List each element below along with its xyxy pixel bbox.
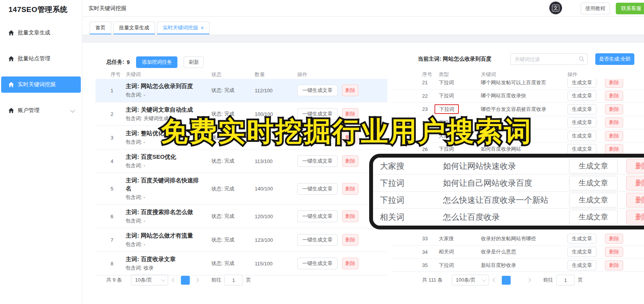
keywords-page-size-select[interactable]: 100条/页 [452, 275, 489, 285]
delete-button[interactable]: 删除 [626, 193, 644, 207]
generate-article-button[interactable]: 生成文章 [567, 144, 596, 154]
generate-article-button[interactable]: 生成文章 [567, 234, 596, 244]
row-index: 2 [111, 111, 126, 117]
generate-article-button[interactable]: 一键生成文章 [297, 183, 337, 195]
page-size-value: 10条/页 [135, 277, 152, 284]
sidebar-item[interactable]: 实时关键词挖掘 [1, 76, 81, 93]
task-row[interactable]: 6 主词: 百度搜索排名怎么做 包含词: - 状态: 完成 120/100 一键… [95, 205, 387, 228]
delete-button[interactable]: 删除 [342, 155, 358, 167]
generate-all-button[interactable]: 是否生成:全部 [595, 53, 634, 65]
delete-button[interactable]: 删除 [605, 234, 623, 244]
search-icon [579, 56, 584, 62]
delete-button[interactable]: 删除 [342, 211, 358, 222]
task-row[interactable]: 7 主词: 网站怎么做才有流量 包含词: - 状态: 完成 123/100 一键… [95, 228, 387, 252]
add-task-button[interactable]: 添加挖词任务 [136, 56, 177, 68]
generate-article-button[interactable]: 生成文章 [569, 210, 617, 224]
inset-keyword-row: 相关词 怎么让百度收录 生成文章 删除 [373, 209, 644, 226]
generate-article-button[interactable]: 生成文章 [567, 78, 596, 88]
page-number-button[interactable] [181, 276, 190, 285]
next-page-button[interactable] [192, 275, 201, 285]
row-index: 35 [422, 262, 439, 268]
tab[interactable]: 首页 [90, 22, 111, 34]
generate-article-button[interactable]: 一键生成文章 [297, 211, 337, 222]
task-main-word: 主词: 百度关键词排名快速排名 [126, 176, 204, 192]
delete-button[interactable]: 删除 [626, 210, 644, 224]
sidebar-item[interactable]: 批量文章生成 [1, 25, 81, 41]
task-row[interactable]: 5 主词: 百度关键词排名快速排名 包含词: - 状态: 完成 140/100 … [95, 173, 387, 205]
tab[interactable]: 实时关键词挖掘 [157, 22, 210, 34]
keyword-row: 34 相关词 收录是什么意思 生成文章 删除 [390, 246, 644, 259]
generate-article-button[interactable]: 一键生成文章 [297, 155, 337, 167]
keyword-filter-input[interactable] [510, 53, 588, 65]
delete-button[interactable]: 删除 [605, 260, 623, 270]
delete-button[interactable]: 删除 [626, 159, 644, 173]
page-number-button[interactable] [502, 276, 511, 285]
tasks-total-count: 共 9 条 [106, 277, 122, 284]
task-count: 112/100 [255, 88, 297, 93]
task-keyword-cell: 主词: 百度搜索排名怎么做 包含词: - [126, 208, 211, 225]
goto-page-input[interactable] [224, 275, 243, 285]
task-include-words: 包含词: 收录 [126, 264, 204, 272]
delete-button[interactable]: 删除 [342, 258, 358, 269]
generate-article-button[interactable]: 生成文章 [567, 117, 596, 127]
delete-button[interactable]: 删除 [342, 183, 358, 195]
delete-button[interactable]: 删除 [605, 117, 623, 127]
tasks-page-size-select[interactable]: 10条/页 [131, 275, 168, 285]
task-row[interactable]: 1 主词: 网站怎么收录到百度 包含词: - 状态: 完成 112/100 一键… [95, 79, 387, 102]
row-index: 22 [422, 93, 439, 99]
column-header-keyword: 关键词 [126, 71, 211, 78]
sidebar-item[interactable]: 批量站点管理 [1, 51, 81, 67]
delete-button[interactable]: 删除 [605, 144, 623, 154]
delete-button[interactable]: 删除 [605, 91, 623, 101]
generate-article-button[interactable]: 生成文章 [569, 159, 617, 173]
page-size-value: 100条/页 [456, 277, 475, 284]
current-main-word-label: 当前主词: 网站怎么收录到百度 [418, 56, 492, 63]
keyword-text: 收录是什么意思 [481, 248, 567, 255]
chevron-down-icon [70, 107, 75, 112]
task-keyword-cell: 主词: 百度收录文章 包含词: 收录 [126, 255, 211, 272]
task-count: 140/100 [255, 186, 297, 192]
delete-button[interactable]: 删除 [605, 247, 623, 257]
generate-article-button[interactable]: 生成文章 [567, 104, 596, 114]
task-row[interactable]: 8 主词: 百度收录文章 包含词: 收录 状态: 完成 115/100 一键生成… [95, 252, 387, 275]
tab-label: 批量文章生成 [119, 24, 149, 31]
contact-button[interactable]: 联系客服 [616, 3, 644, 14]
generate-article-button[interactable]: 生成文章 [567, 260, 596, 270]
generate-article-button[interactable]: 生成文章 [567, 91, 596, 101]
tasks-pagination: 共 9 条 10条/页 前往 页 [95, 274, 387, 286]
keyword-type: 相关词 [380, 212, 443, 222]
delete-button[interactable]: 删除 [605, 104, 623, 114]
delete-button[interactable]: 删除 [342, 85, 358, 96]
generate-article-button[interactable]: 一键生成文章 [297, 85, 337, 96]
prev-page-button[interactable] [490, 275, 499, 285]
translate-float-icon[interactable]: 文 [549, 2, 562, 14]
close-icon[interactable] [201, 25, 204, 31]
refresh-button[interactable]: 刷新 [184, 56, 204, 68]
generate-article-button[interactable]: 生成文章 [567, 247, 596, 257]
keyword-filter-wrap [510, 53, 588, 65]
task-keyword-cell: 主词: 网站怎么做才有流量 包含词: - [126, 231, 211, 248]
next-page-button[interactable] [524, 275, 533, 285]
delete-button[interactable]: 删除 [605, 131, 623, 141]
delete-button[interactable]: 删除 [626, 176, 644, 190]
tutorial-button[interactable]: 使用教程 [581, 3, 610, 14]
tab[interactable]: 批量文章生成 [113, 22, 155, 34]
sidebar-item[interactable]: 账户管理 [1, 102, 81, 119]
task-count: 120/100 [255, 214, 297, 219]
generate-article-button[interactable]: 一键生成文章 [297, 258, 337, 269]
chevron-down-icon [161, 277, 165, 282]
generate-article-button[interactable]: 生成文章 [569, 176, 617, 190]
goto-page-input[interactable] [556, 275, 575, 285]
generate-article-button[interactable]: 生成文章 [567, 131, 596, 141]
task-row[interactable]: 4 主词: 百度SEO优化 包含词: - 状态: 完成 113/100 一键生成… [95, 149, 387, 173]
inset-keyword-row: 下拉词 如何让自己网站收录百度 生成文章 删除 [373, 175, 644, 192]
keyword-type-value: 下拉词 [439, 262, 454, 268]
delete-button[interactable]: 删除 [342, 234, 358, 246]
prev-page-button[interactable] [169, 275, 179, 285]
generate-article-button[interactable]: 生成文章 [569, 193, 617, 207]
delete-button[interactable]: 删除 [605, 78, 623, 88]
keywords-table-bottom: 33 大家搜 收录好的发帖网站有哪些 生成文章 删除 34 相关词 收录是什么意… [390, 232, 644, 272]
keyword-type: 下拉词 [439, 262, 481, 269]
page-number-button[interactable] [513, 276, 522, 285]
generate-article-button[interactable]: 一键生成文章 [297, 234, 337, 246]
